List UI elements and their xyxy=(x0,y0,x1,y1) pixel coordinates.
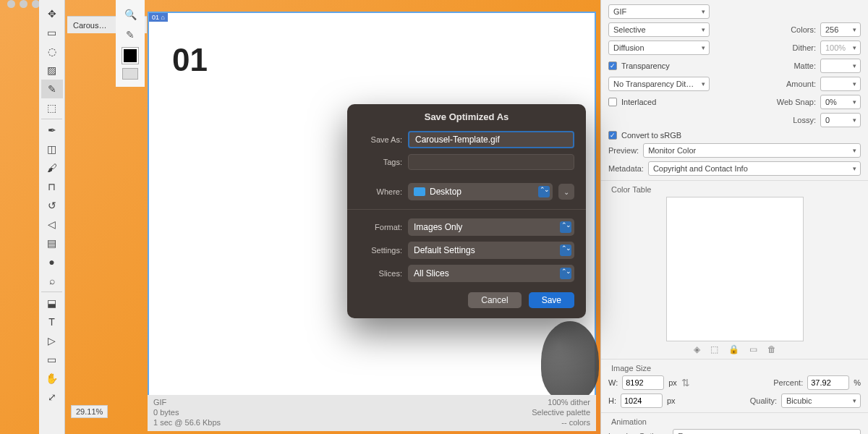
slice-badge: 01 ⌂ xyxy=(149,13,168,22)
websnap-label: Web Snap: xyxy=(777,98,816,106)
w-label: W: xyxy=(608,378,618,387)
tool-stamp[interactable]: ⊓ xyxy=(41,177,63,196)
optimize-panel: GIF Selective Colors: 256 Diffusion Dith… xyxy=(600,0,868,434)
cancel-button[interactable]: Cancel xyxy=(468,292,521,308)
tags-input[interactable] xyxy=(408,154,574,170)
ct-trash-icon[interactable]: 🗑 xyxy=(767,344,776,354)
metadata-label: Metadata: xyxy=(608,164,644,173)
tool-dodge[interactable]: ⌕ xyxy=(41,271,63,290)
eyedropper-icon[interactable]: ✎ xyxy=(122,26,139,43)
tool-eraser[interactable]: ◁ xyxy=(41,215,63,234)
tool-shape[interactable]: ▭ xyxy=(41,350,63,369)
canvas-artwork xyxy=(541,321,599,401)
tool-patch[interactable]: ◫ xyxy=(41,140,63,158)
save-dialog: Save Optimized As Save As: Tags: Where: … xyxy=(347,104,586,318)
dialog-title: Save Optimized As xyxy=(347,104,586,128)
ct-icon-2[interactable]: ⬚ xyxy=(710,344,718,354)
where-select[interactable]: Desktop xyxy=(408,183,553,200)
tool-crop[interactable]: ▨ xyxy=(41,61,63,80)
h-label: H: xyxy=(608,396,616,405)
tool-eyedropper[interactable]: ✒ xyxy=(41,121,63,140)
preview-label: Preview: xyxy=(608,146,639,155)
matte-select[interactable] xyxy=(820,59,861,73)
colors-label: Colors: xyxy=(791,25,816,34)
transparency-checkbox[interactable]: ✓ xyxy=(608,61,617,70)
status-colors: -- colors xyxy=(532,418,590,427)
amount-select[interactable] xyxy=(820,77,861,91)
percent-label: Percent: xyxy=(773,378,803,387)
image-size-label: Image Size xyxy=(611,364,861,373)
filename-input[interactable] xyxy=(408,131,574,148)
color-table-actions: ◈ ⬚ 🔒 ▭ 🗑 xyxy=(608,344,861,354)
background-swatch[interactable] xyxy=(122,68,138,80)
settings-label: Settings: xyxy=(359,246,402,255)
format-select[interactable]: Images Only xyxy=(408,218,574,236)
quality-select[interactable]: Bicubic xyxy=(781,393,861,408)
colors-select[interactable]: 256 xyxy=(820,22,861,37)
aux-column: 🔍 ✎ xyxy=(116,0,145,87)
link-icon[interactable]: ⇅ xyxy=(681,377,690,388)
width-input[interactable] xyxy=(622,375,664,390)
tool-type[interactable]: T xyxy=(41,312,63,331)
dither-value[interactable]: 100% xyxy=(820,41,861,55)
ct-new-icon[interactable]: ▭ xyxy=(749,344,757,354)
tools-column: ✥ ▭ ◌ ▨ ✎ ⬚ ✒ ◫ 🖌 ⊓ ↺ ◁ ▤ ● ⌕ ⬓ T ▷ ▭ ✋ … xyxy=(39,0,65,434)
status-palette: Selective palette xyxy=(532,408,590,417)
metadata-select[interactable]: Copyright and Contact Info xyxy=(648,161,861,176)
tool-hand[interactable]: ✋ xyxy=(41,369,63,388)
format-label: Format: xyxy=(359,223,402,231)
settings-select[interactable]: Default Settings xyxy=(408,242,574,259)
tool-move[interactable]: ✥ xyxy=(41,4,63,23)
transp-dither-select[interactable]: No Transparency Dit… xyxy=(608,77,710,91)
zoom-readout[interactable]: 29.11% xyxy=(71,405,108,418)
websnap-select[interactable]: 0% xyxy=(820,95,861,109)
zoom-icon[interactable]: 🔍 xyxy=(122,6,139,23)
color-table[interactable] xyxy=(666,197,804,341)
quality-label: Quality: xyxy=(750,396,777,405)
ct-icon-1[interactable]: ◈ xyxy=(694,344,700,354)
preset-select[interactable]: GIF xyxy=(608,4,710,19)
save-as-label: Save As: xyxy=(359,135,402,144)
px-label-2: px xyxy=(667,396,676,405)
slices-select[interactable]: All Slices xyxy=(408,265,574,282)
slices-label: Slices: xyxy=(359,269,402,278)
tool-history[interactable]: ↺ xyxy=(41,196,63,215)
dither-method-select[interactable]: Diffusion xyxy=(608,41,710,55)
interlaced-checkbox[interactable] xyxy=(608,98,617,106)
px-label: px xyxy=(668,378,677,387)
status-size: 0 bytes xyxy=(153,408,221,417)
lossy-select[interactable]: 0 xyxy=(820,113,861,127)
dither-label: Dither: xyxy=(793,43,816,52)
height-input[interactable] xyxy=(621,393,663,408)
pct-label: % xyxy=(854,378,861,387)
tool-slice[interactable]: ⬚ xyxy=(41,98,63,117)
document-tab-name: Carous… xyxy=(73,21,106,30)
tool-blur[interactable]: ● xyxy=(41,252,63,271)
tool-brush[interactable]: ✎ xyxy=(41,80,63,98)
tool-lasso[interactable]: ◌ xyxy=(41,42,63,61)
reduction-select[interactable]: Selective xyxy=(608,22,710,37)
tool-zoom[interactable]: ⤢ xyxy=(41,388,63,407)
looping-select[interactable]: Forever xyxy=(673,429,861,434)
srgb-checkbox[interactable]: ✓ xyxy=(608,131,617,140)
tool-path[interactable]: ▷ xyxy=(41,331,63,350)
save-button[interactable]: Save xyxy=(529,292,574,308)
tool-pen[interactable]: ⬓ xyxy=(41,294,63,312)
tool-marquee[interactable]: ▭ xyxy=(41,23,63,42)
status-format: GIF xyxy=(153,398,221,407)
amount-label: Amount: xyxy=(786,80,816,88)
tool-gradient[interactable]: ▤ xyxy=(41,234,63,252)
interlaced-label: Interlaced xyxy=(621,98,656,106)
expand-button[interactable]: ⌄ xyxy=(558,184,574,200)
ct-lock-icon[interactable]: 🔒 xyxy=(728,344,739,354)
transparency-label: Transparency xyxy=(621,61,670,70)
canvas-number: 01 xyxy=(172,42,208,78)
foreground-swatch[interactable] xyxy=(122,48,138,64)
status-timing: 1 sec @ 56.6 Kbps xyxy=(153,418,221,427)
folder-icon xyxy=(414,187,425,196)
color-table-label: Color Table xyxy=(611,185,861,194)
percent-input[interactable] xyxy=(807,375,849,390)
preview-select[interactable]: Monitor Color xyxy=(643,143,861,158)
tool-paint[interactable]: 🖌 xyxy=(41,158,63,177)
where-label: Where: xyxy=(359,187,402,196)
